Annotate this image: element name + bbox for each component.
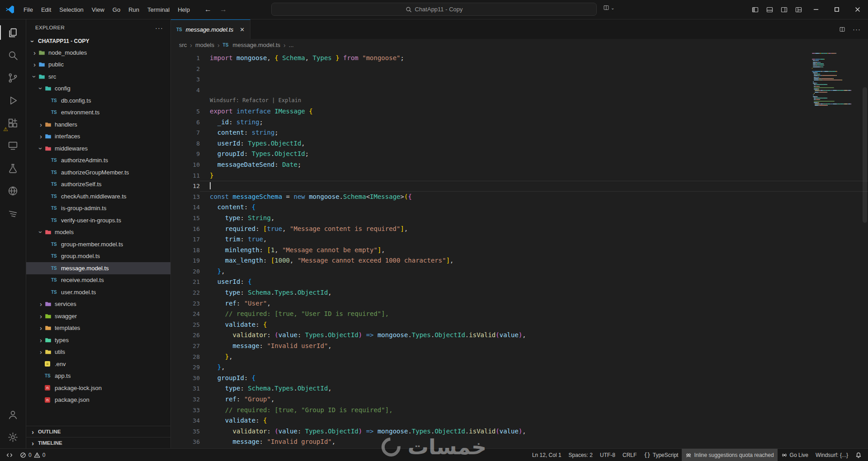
code-line-text[interactable]: trim: true, bbox=[200, 234, 868, 245]
encoding-status[interactable]: UTF-8 bbox=[596, 449, 619, 461]
tree-item-templates[interactable]: ›templates bbox=[26, 322, 170, 334]
code-line-text[interactable] bbox=[200, 64, 868, 75]
breadcrumb-item[interactable]: src bbox=[179, 42, 187, 48]
inline-suggestions-status[interactable]: Inline suggestions quota reached bbox=[682, 449, 777, 461]
menu-edit[interactable]: Edit bbox=[37, 5, 55, 15]
tree-item-authorizeself-ts[interactable]: TSauthorizeSelf.ts bbox=[26, 179, 170, 191]
tree-item-message-model-ts[interactable]: TSmessage.model.ts bbox=[26, 262, 170, 274]
tree-item-authorizeadmin-ts[interactable]: TSauthorizeAdmin.ts bbox=[26, 155, 170, 167]
code-line-text[interactable]: minlength: [1, "Message cannot be empty"… bbox=[200, 245, 868, 256]
tab-close-icon[interactable]: ✕ bbox=[240, 26, 245, 33]
tree-item-verify-user-in-groups-ts[interactable]: TSverify-user-in-groups.ts bbox=[26, 214, 170, 226]
close-button[interactable] bbox=[847, 0, 868, 19]
windsurf-codelens[interactable]: Windsurf: Refactor | Explain bbox=[200, 95, 868, 106]
code-line-text[interactable]: ref: "User", bbox=[200, 298, 868, 309]
activity-bar-source-control[interactable] bbox=[0, 66, 26, 89]
code-line-text[interactable]: // required: [true, "Group ID is require… bbox=[200, 405, 868, 416]
editor-more-actions-icon[interactable]: ··· bbox=[853, 25, 861, 33]
project-root-folder[interactable]: › CHATAPP11 - COPY bbox=[26, 36, 170, 47]
code-line-text[interactable]: _id: string; bbox=[200, 117, 868, 128]
tree-item-models[interactable]: ›models bbox=[26, 226, 170, 239]
tree-item--env[interactable]: ≡.env bbox=[26, 358, 170, 370]
code-line-text[interactable]: userId: { bbox=[200, 277, 868, 287]
code-line-text[interactable] bbox=[200, 85, 868, 96]
code-line-text[interactable]: validate: { bbox=[200, 320, 868, 330]
code-line-text[interactable]: messageDateSend: Date; bbox=[200, 160, 868, 170]
problems-status[interactable]: 0 0 bbox=[16, 449, 49, 461]
code-line-text[interactable]: } bbox=[200, 170, 868, 181]
activity-bar-remote-explorer[interactable] bbox=[0, 134, 26, 157]
code-line-text[interactable]: validator: (value: Types.ObjectId) => mo… bbox=[200, 330, 868, 341]
code-line-text[interactable] bbox=[200, 74, 868, 85]
windsurf-status[interactable]: Windsurf: {...} bbox=[812, 449, 852, 461]
maximize-button[interactable] bbox=[826, 0, 847, 19]
go-live-button[interactable]: Go Live bbox=[778, 449, 812, 461]
breadcrumb-item[interactable]: TSmessage.model.ts bbox=[223, 42, 281, 48]
tree-item-types[interactable]: ›types bbox=[26, 334, 170, 346]
toggle-panel-left-button[interactable] bbox=[748, 3, 762, 16]
code-line-text[interactable]: type: Schema.Types.ObjectId, bbox=[200, 287, 868, 298]
code-editor[interactable]: 1import mongoose, { Schema, Types } from… bbox=[171, 51, 868, 448]
tree-item-checkauth-middleware-ts[interactable]: TScheckAuth.middleware.ts bbox=[26, 190, 170, 202]
breadcrumb-item[interactable]: models bbox=[195, 42, 214, 48]
minimize-button[interactable] bbox=[806, 0, 826, 19]
activity-bar-extensions[interactable]: ⚠ bbox=[0, 112, 26, 134]
tree-item-src[interactable]: ›src bbox=[26, 71, 170, 83]
tree-item-receive-model-ts[interactable]: TSreceive.model.ts bbox=[26, 274, 170, 287]
code-line-text[interactable]: validator: (value: Types.ObjectId) => mo… bbox=[200, 426, 868, 437]
code-line-text[interactable]: // required: [true, "User ID is required… bbox=[200, 309, 868, 320]
tab-message-model-ts[interactable]: TS message.model.ts ✕ bbox=[171, 19, 250, 39]
code-line-text[interactable]: content: { bbox=[200, 202, 868, 213]
menu-view[interactable]: View bbox=[88, 5, 108, 15]
tree-item-package-lock-json[interactable]: npackage-lock.json bbox=[26, 382, 170, 394]
toggle-panel-bottom-button[interactable] bbox=[762, 3, 777, 16]
code-line-text[interactable]: }, bbox=[200, 352, 868, 362]
tree-item-swagger[interactable]: ›swagger bbox=[26, 310, 170, 322]
remote-indicator[interactable] bbox=[3, 449, 16, 461]
tree-item-is-group-admin-ts[interactable]: TSis-group-admin.ts bbox=[26, 202, 170, 215]
code-line-text[interactable]: const messageSchema = new mongoose.Schem… bbox=[200, 192, 868, 202]
code-line-text[interactable]: validate: { bbox=[200, 415, 868, 426]
history-forward-button[interactable]: → bbox=[220, 5, 227, 14]
tree-item-package-json[interactable]: npackage.json bbox=[26, 394, 170, 406]
tree-item-authorizegroupmember-ts[interactable]: TSauthorizeGroupMember.ts bbox=[26, 166, 170, 179]
activity-bar-run-and-debug[interactable] bbox=[0, 89, 26, 112]
command-center-search[interactable]: ChatApp11 - Copy bbox=[271, 3, 597, 16]
toggle-panel-right-button[interactable] bbox=[777, 3, 791, 16]
menu-terminal[interactable]: Terminal bbox=[143, 5, 174, 15]
code-line-text[interactable]: }, bbox=[200, 362, 868, 373]
code-line-text[interactable]: required: [true, "Message content is req… bbox=[200, 224, 868, 235]
tree-item-user-model-ts[interactable]: TSuser.model.ts bbox=[26, 286, 170, 298]
tree-item-group-model-ts[interactable]: TSgroup.model.ts bbox=[26, 250, 170, 263]
menu-run[interactable]: Run bbox=[124, 5, 143, 15]
cursor-position[interactable]: Ln 12, Col 1 bbox=[528, 449, 565, 461]
eol-status[interactable]: CRLF bbox=[619, 449, 640, 461]
history-back-button[interactable]: ← bbox=[204, 5, 212, 14]
code-line-text[interactable]: type: String, bbox=[200, 213, 868, 224]
activity-bar-explorer[interactable] bbox=[0, 21, 26, 44]
tree-item-interfaces[interactable]: ›interfaces bbox=[26, 131, 170, 143]
indentation-status[interactable]: Spaces: 2 bbox=[565, 449, 596, 461]
activity-bar-windsurf[interactable] bbox=[0, 202, 26, 225]
breadcrumb-item[interactable]: ... bbox=[289, 42, 294, 48]
layout-dropdown-button[interactable]: ⌄ bbox=[603, 5, 614, 11]
menu-selection[interactable]: Selection bbox=[55, 5, 87, 15]
activity-bar-search[interactable] bbox=[0, 44, 26, 66]
code-line-text[interactable]: type: Schema.Types.ObjectId, bbox=[200, 383, 868, 394]
code-line-text[interactable]: export interface IMessage { bbox=[200, 106, 868, 117]
vertical-scrollbar[interactable] bbox=[862, 51, 868, 448]
code-line-text[interactable]: userId: Types.ObjectId, bbox=[200, 138, 868, 149]
tree-item-config[interactable]: ›config bbox=[26, 83, 170, 95]
tree-item-environment-ts[interactable]: TSenvironment.ts bbox=[26, 107, 170, 119]
tree-item-db-config-ts[interactable]: TSdb.config.ts bbox=[26, 94, 170, 107]
tree-item-group-member-model-ts[interactable]: TSgroup-member.model.ts bbox=[26, 238, 170, 250]
code-line-text[interactable]: message: "Invalid userId", bbox=[200, 341, 868, 352]
code-line-text[interactable]: }, bbox=[200, 266, 868, 277]
tree-item-utils[interactable]: ›utils bbox=[26, 346, 170, 358]
tree-item-node-modules[interactable]: ›node_modules bbox=[26, 47, 170, 59]
activity-bar-testing[interactable] bbox=[0, 157, 26, 179]
section-timeline[interactable]: ›TIMELINE bbox=[26, 437, 170, 448]
code-line-text[interactable] bbox=[200, 181, 868, 192]
minimap[interactable] bbox=[812, 53, 862, 107]
split-editor-icon[interactable] bbox=[839, 26, 845, 33]
